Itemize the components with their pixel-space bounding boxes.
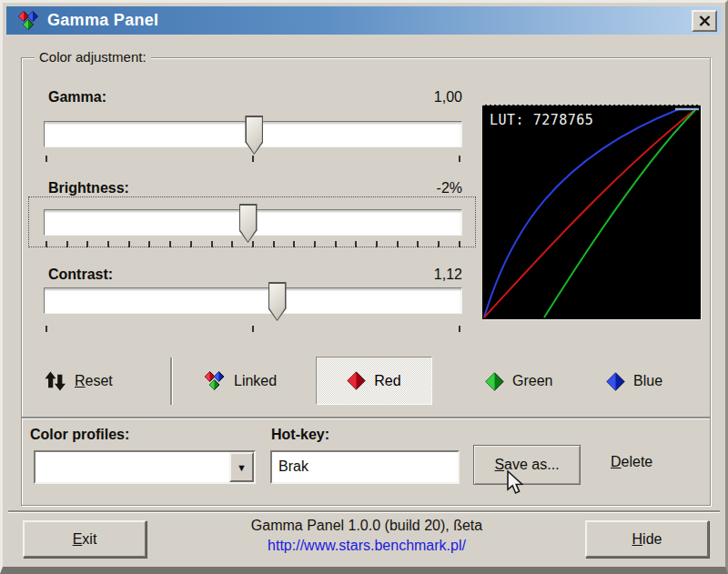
gamma-slider-ticks — [46, 156, 460, 163]
linked-icon — [203, 370, 226, 392]
brightness-slider: Brightness: -2% — [44, 180, 462, 262]
brightness-slider-track[interactable] — [44, 209, 462, 236]
lut-value-label: LUT: 7278765 — [490, 112, 593, 128]
hotkey-label: Hot-key: — [271, 427, 329, 443]
save-as-button[interactable]: Save as... — [473, 445, 581, 485]
contrast-value: 1,12 — [434, 267, 462, 283]
brightness-label: Brightness: — [48, 180, 129, 196]
close-button[interactable] — [692, 10, 717, 32]
blue-label: Blue — [633, 373, 662, 389]
group-caption: Color adjustment: — [35, 49, 151, 65]
red-channel-button[interactable]: Red — [316, 357, 432, 405]
hide-button[interactable]: Hide — [585, 520, 709, 558]
linked-label: Linked — [234, 373, 277, 389]
hotkey-field[interactable]: Brak — [270, 450, 460, 484]
gamma-label: Gamma: — [48, 89, 106, 106]
red-label: Red — [374, 373, 400, 389]
reset-label: Reset — [75, 373, 113, 389]
close-icon — [699, 15, 711, 26]
gamma-slider: Gamma: 1,00 — [44, 89, 462, 171]
color-profiles-dropdown[interactable]: ▼ — [34, 450, 256, 484]
lut-graph: LUT: 7278765 — [482, 105, 701, 319]
contrast-slider-thumb[interactable] — [268, 282, 287, 321]
app-icon — [17, 10, 39, 32]
linked-button[interactable]: Linked — [203, 363, 277, 399]
about-text: Gamma Panel 1.0.0 (build 20), ßeta — [148, 518, 585, 534]
mouse-cursor-icon — [505, 470, 527, 496]
contrast-label: Contrast: — [48, 267, 113, 283]
window-title: Gamma Panel — [47, 11, 158, 30]
title-bar[interactable]: Gamma Panel — [6, 6, 722, 35]
blue-diamond-icon — [606, 372, 625, 391]
gamma-slider-track[interactable] — [44, 121, 462, 147]
red-diamond-icon — [347, 371, 366, 390]
blue-channel-button[interactable]: Blue — [606, 363, 662, 399]
contrast-slider-track[interactable] — [44, 287, 462, 314]
reset-icon — [45, 371, 66, 391]
brightness-slider-ticks — [46, 241, 460, 248]
exit-button[interactable]: Exit — [23, 520, 147, 558]
delete-button[interactable]: Delete — [611, 454, 652, 470]
color-profiles-value — [35, 452, 229, 482]
brightness-value: -2% — [437, 180, 462, 196]
color-profiles-label: Color profiles: — [30, 427, 129, 443]
green-label: Green — [512, 373, 552, 389]
lut-curve-red — [484, 111, 693, 317]
website-link[interactable]: http://www.stars.benchmark.pl/ — [148, 538, 585, 554]
dropdown-arrow-button[interactable]: ▼ — [229, 452, 254, 482]
gamma-slider-thumb[interactable] — [245, 116, 263, 155]
hide-label: Hide — [632, 531, 662, 548]
lut-curves — [482, 106, 701, 320]
delete-label: Delete — [611, 454, 652, 469]
chevron-down-icon: ▼ — [237, 462, 247, 473]
lut-curve-green — [544, 110, 695, 317]
contrast-slider-ticks — [46, 326, 460, 333]
gamma-panel-window: Gamma Panel Color adjustment: Gamma: 1,0… — [0, 0, 728, 574]
reset-button[interactable]: Reset — [45, 363, 113, 399]
green-channel-button[interactable]: Green — [485, 363, 552, 399]
footer-separator — [8, 510, 720, 512]
gamma-value: 1,00 — [434, 89, 462, 106]
green-diamond-icon — [485, 372, 504, 391]
exit-label: Exit — [73, 531, 97, 548]
contrast-slider: Contrast: 1,12 — [44, 267, 462, 348]
toolbar-divider — [170, 357, 172, 405]
